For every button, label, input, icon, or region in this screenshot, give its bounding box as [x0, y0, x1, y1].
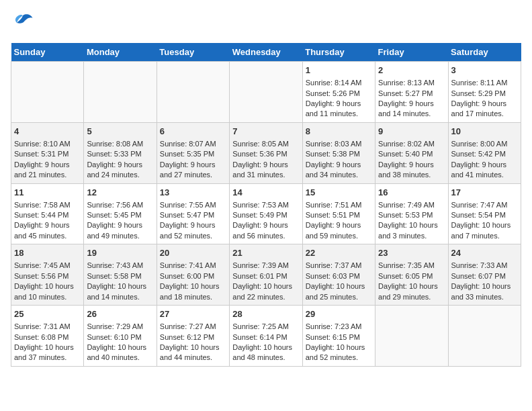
day-content: Sunrise: 8:03 AM [306, 139, 372, 149]
column-header-sunday: Sunday [11, 43, 84, 62]
day-content: Sunset: 5:31 PM [14, 149, 81, 159]
day-content: Daylight: 10 hours and 7 minutes. [451, 220, 518, 241]
day-number: 13 [160, 187, 226, 199]
calendar-cell: 3Sunrise: 8:11 AMSunset: 5:29 PMDaylight… [448, 62, 521, 123]
day-content: Daylight: 10 hours and 33 minutes. [451, 281, 518, 302]
calendar-cell: 16Sunrise: 7:49 AMSunset: 5:53 PMDayligh… [375, 183, 448, 244]
calendar-cell: 8Sunrise: 8:03 AMSunset: 5:38 PMDaylight… [302, 122, 375, 183]
day-content: Sunrise: 7:51 AM [306, 200, 372, 210]
calendar-cell: 18Sunrise: 7:45 AMSunset: 5:56 PMDayligh… [11, 244, 84, 306]
day-content: Sunrise: 8:05 AM [232, 139, 299, 149]
day-content: Sunrise: 8:14 AM [306, 78, 372, 88]
day-content: Daylight: 10 hours and 10 minutes. [14, 281, 81, 302]
day-number: 20 [160, 247, 226, 259]
day-content: Sunset: 5:45 PM [87, 210, 153, 220]
calendar-cell [448, 306, 521, 367]
day-number: 5 [87, 126, 153, 138]
day-number: 27 [160, 308, 226, 320]
day-content: Sunrise: 8:11 AM [451, 78, 518, 88]
logo-bird-icon [11, 11, 35, 35]
calendar-cell: 10Sunrise: 8:00 AMSunset: 5:42 PMDayligh… [448, 122, 521, 183]
column-header-tuesday: Tuesday [157, 43, 229, 62]
day-content: Sunrise: 8:13 AM [378, 78, 445, 88]
day-number: 6 [160, 126, 226, 138]
day-content: Sunset: 5:36 PM [232, 149, 299, 159]
day-content: Sunrise: 8:00 AM [451, 139, 518, 149]
day-content: Sunrise: 7:33 AM [451, 261, 518, 271]
day-content: Sunset: 5:49 PM [232, 210, 299, 220]
calendar-cell: 5Sunrise: 8:08 AMSunset: 5:33 PMDaylight… [84, 122, 157, 183]
day-number: 22 [306, 247, 372, 259]
day-content: Sunrise: 7:27 AM [160, 322, 226, 332]
day-content: Sunset: 5:54 PM [451, 210, 518, 220]
calendar-cell: 13Sunrise: 7:55 AMSunset: 5:47 PMDayligh… [157, 183, 229, 244]
day-content: Sunrise: 8:02 AM [378, 139, 445, 149]
day-content: Sunrise: 7:23 AM [306, 322, 372, 332]
day-content: Sunrise: 7:35 AM [378, 261, 445, 271]
day-number: 21 [232, 247, 299, 259]
day-content: Sunrise: 7:39 AM [232, 261, 299, 271]
day-number: 14 [232, 187, 299, 199]
calendar-cell [84, 62, 157, 123]
day-content: Sunrise: 7:55 AM [160, 200, 226, 210]
day-number: 29 [306, 308, 372, 320]
day-content: Sunrise: 7:49 AM [378, 200, 445, 210]
day-content: Daylight: 9 hours and 38 minutes. [378, 160, 445, 181]
day-content: Daylight: 10 hours and 18 minutes. [160, 281, 226, 302]
column-header-wednesday: Wednesday [230, 43, 302, 62]
calendar-cell: 11Sunrise: 7:58 AMSunset: 5:44 PMDayligh… [11, 183, 84, 244]
day-content: Sunset: 5:47 PM [160, 210, 226, 220]
day-content: Sunset: 6:01 PM [232, 271, 299, 281]
day-number: 10 [451, 126, 518, 138]
day-content: Sunrise: 7:25 AM [232, 322, 299, 332]
day-content: Daylight: 9 hours and 45 minutes. [14, 220, 81, 241]
day-content: Sunset: 5:33 PM [87, 149, 153, 159]
calendar-cell: 21Sunrise: 7:39 AMSunset: 6:01 PMDayligh… [230, 244, 302, 306]
day-content: Daylight: 10 hours and 37 minutes. [14, 342, 81, 363]
day-content: Sunset: 5:27 PM [378, 89, 445, 99]
day-content: Daylight: 10 hours and 29 minutes. [378, 281, 445, 302]
day-content: Sunset: 6:00 PM [160, 271, 226, 281]
calendar-week-row: 4Sunrise: 8:10 AMSunset: 5:31 PMDaylight… [11, 122, 521, 183]
day-content: Sunrise: 7:53 AM [232, 200, 299, 210]
calendar-cell: 9Sunrise: 8:02 AMSunset: 5:40 PMDaylight… [375, 122, 448, 183]
day-content: Daylight: 9 hours and 31 minutes. [232, 160, 299, 181]
day-content: Sunset: 6:14 PM [232, 332, 299, 342]
day-content: Sunset: 5:44 PM [14, 210, 81, 220]
calendar-cell [157, 62, 229, 123]
day-content: Sunset: 6:12 PM [160, 332, 226, 342]
day-content: Sunrise: 7:56 AM [87, 200, 153, 210]
day-content: Daylight: 10 hours and 44 minutes. [160, 342, 226, 363]
calendar-cell: 19Sunrise: 7:43 AMSunset: 5:58 PMDayligh… [84, 244, 157, 306]
day-content: Daylight: 9 hours and 14 minutes. [378, 99, 445, 120]
day-number: 26 [87, 308, 153, 320]
day-content: Daylight: 10 hours and 22 minutes. [232, 281, 299, 302]
day-number: 16 [378, 187, 445, 199]
day-number: 25 [14, 308, 81, 320]
day-content: Sunset: 5:53 PM [378, 210, 445, 220]
day-content: Sunrise: 7:37 AM [306, 261, 372, 271]
day-content: Daylight: 10 hours and 3 minutes. [378, 220, 445, 241]
day-content: Daylight: 9 hours and 49 minutes. [87, 220, 153, 241]
calendar-table: SundayMondayTuesdayWednesdayThursdayFrid… [11, 43, 521, 367]
calendar-week-row: 25Sunrise: 7:31 AMSunset: 6:08 PMDayligh… [11, 306, 521, 367]
column-header-thursday: Thursday [302, 43, 375, 62]
day-number: 8 [306, 126, 372, 138]
calendar-cell: 2Sunrise: 8:13 AMSunset: 5:27 PMDaylight… [375, 62, 448, 123]
day-number: 3 [451, 64, 518, 77]
day-content: Daylight: 10 hours and 48 minutes. [232, 342, 299, 363]
day-number: 18 [14, 247, 81, 259]
calendar-cell: 27Sunrise: 7:27 AMSunset: 6:12 PMDayligh… [157, 306, 229, 367]
calendar-cell: 24Sunrise: 7:33 AMSunset: 6:07 PMDayligh… [448, 244, 521, 306]
day-content: Daylight: 9 hours and 17 minutes. [451, 99, 518, 120]
day-content: Sunset: 6:03 PM [306, 271, 372, 281]
calendar-week-row: 1Sunrise: 8:14 AMSunset: 5:26 PMDaylight… [11, 62, 521, 123]
day-number: 4 [14, 126, 81, 138]
logo [11, 11, 38, 35]
calendar-week-row: 11Sunrise: 7:58 AMSunset: 5:44 PMDayligh… [11, 183, 521, 244]
day-content: Sunset: 6:15 PM [306, 332, 372, 342]
day-content: Sunset: 6:08 PM [14, 332, 81, 342]
day-content: Daylight: 9 hours and 27 minutes. [160, 160, 226, 181]
day-number: 17 [451, 187, 518, 199]
day-content: Sunset: 6:07 PM [451, 271, 518, 281]
